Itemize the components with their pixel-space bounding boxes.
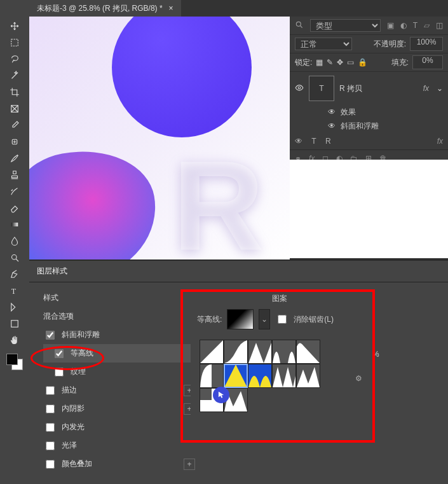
svg-point-4: [12, 255, 17, 260]
marquee-tool[interactable]: [5, 35, 24, 50]
contour-preset[interactable]: [224, 388, 248, 412]
fx-badge[interactable]: fx: [437, 137, 443, 146]
range-unit: %: [372, 350, 379, 359]
document-tab[interactable]: 未标题-3 @ 25.8% (R 拷贝, RGB/8) *×: [29, 0, 181, 17]
color-overlay-checkbox[interactable]: [46, 460, 55, 469]
layer-name[interactable]: R 拷贝: [339, 83, 362, 94]
contour-preset[interactable]: [296, 364, 320, 388]
bevel-checkbox[interactable]: [46, 331, 55, 340]
filter-image-icon[interactable]: ▣: [387, 21, 394, 30]
contour-preset[interactable]: [272, 364, 296, 388]
type-tool[interactable]: T: [5, 283, 24, 298]
contour-preset[interactable]: [200, 340, 224, 364]
lock-move-icon[interactable]: ✥: [337, 58, 343, 67]
contour-dropdown[interactable]: ⌄: [259, 309, 270, 329]
eye-icon[interactable]: 👁: [328, 121, 336, 130]
contour-preset[interactable]: [296, 340, 320, 364]
bevel-item[interactable]: 斜面和浮雕: [43, 326, 199, 344]
antialias-checkbox[interactable]: [278, 315, 287, 324]
filter-smart-icon[interactable]: ◫: [436, 21, 443, 30]
filter-shape-icon[interactable]: ▱: [424, 21, 430, 30]
lock-all-icon[interactable]: 🔒: [358, 58, 367, 67]
layer-thumb: T: [309, 76, 334, 101]
chevron-down-icon[interactable]: ⌄: [437, 84, 443, 93]
color-overlay-item[interactable]: 颜色叠加+: [43, 455, 199, 473]
hand-tool[interactable]: [5, 333, 24, 348]
texture-item[interactable]: 纹理: [43, 363, 199, 381]
contour-preset[interactable]: [248, 340, 272, 364]
inner-glow-checkbox[interactable]: [46, 423, 55, 432]
canvas-overflow: [290, 160, 448, 258]
pattern-label: 图案: [191, 293, 369, 304]
contour-preview[interactable]: [227, 309, 254, 329]
svg-point-7: [296, 22, 301, 26]
heal-tool[interactable]: [5, 134, 24, 149]
contour-item[interactable]: 等高线: [43, 344, 199, 363]
contour-preset-grid: [197, 340, 343, 417]
contour-preset[interactable]: [200, 364, 224, 388]
stamp-tool[interactable]: [5, 167, 24, 183]
svg-text:T: T: [11, 287, 17, 296]
canvas[interactable]: R: [29, 17, 290, 259]
blur-tool[interactable]: [5, 233, 24, 249]
blend-options-item[interactable]: 混合选项: [43, 307, 199, 326]
gear-icon[interactable]: ⚙: [355, 374, 362, 383]
layer-row[interactable]: 👁 T R fx: [290, 133, 448, 149]
lock-brush-icon[interactable]: ✎: [327, 58, 333, 67]
contour-preset[interactable]: [248, 364, 272, 388]
satin-checkbox[interactable]: [46, 441, 55, 450]
contour-preset[interactable]: [200, 388, 224, 412]
opacity-label: 不透明度:: [374, 39, 406, 50]
wand-tool[interactable]: [5, 68, 24, 83]
inner-shadow-item[interactable]: 内阴影+: [43, 399, 199, 418]
stroke-item[interactable]: 描边+: [43, 381, 199, 399]
eraser-tool[interactable]: [5, 200, 24, 216]
contour-preset[interactable]: [272, 340, 296, 364]
move-tool[interactable]: [5, 18, 24, 34]
stroke-checkbox[interactable]: [46, 386, 55, 395]
lock-pixels-icon[interactable]: ▦: [316, 58, 323, 67]
blend-mode-select[interactable]: 正常: [295, 38, 352, 50]
effect-bevel-row[interactable]: 👁斜面和浮雕: [290, 119, 448, 133]
type-layer-icon: T: [308, 137, 320, 146]
contour-preset[interactable]: [224, 364, 248, 388]
effects-row[interactable]: 👁效果: [290, 105, 448, 119]
inner-shadow-checkbox[interactable]: [46, 404, 55, 413]
opacity-value[interactable]: 100%: [410, 37, 443, 51]
path-tool[interactable]: [5, 300, 24, 315]
crop-tool[interactable]: [5, 85, 24, 100]
add-icon[interactable]: +: [184, 459, 195, 470]
canvas-content: R: [29, 17, 290, 259]
filter-type-icon[interactable]: T: [413, 21, 417, 30]
eyedropper-tool[interactable]: [5, 118, 24, 133]
svg-rect-3: [11, 223, 18, 226]
frame-tool[interactable]: [5, 101, 24, 116]
fx-badge[interactable]: fx: [423, 84, 429, 93]
inner-glow-item[interactable]: 内发光: [43, 418, 199, 436]
gradient-tool[interactable]: [5, 217, 24, 232]
eye-icon[interactable]: [295, 83, 304, 94]
lasso-tool[interactable]: [5, 52, 24, 67]
eye-icon[interactable]: 👁: [295, 137, 302, 146]
dodge-tool[interactable]: [5, 250, 24, 265]
layer-name[interactable]: R: [325, 137, 331, 146]
eye-icon[interactable]: 👁: [328, 107, 336, 116]
brush-tool[interactable]: [5, 151, 24, 166]
texture-checkbox[interactable]: [55, 368, 64, 377]
foreground-background-swatch[interactable]: [6, 354, 23, 370]
fill-value[interactable]: 0%: [412, 55, 443, 69]
antialias-label: 消除锯齿(L): [294, 314, 334, 325]
satin-item[interactable]: 光泽: [43, 436, 199, 455]
contour-preset[interactable]: [224, 340, 248, 364]
filter-adjust-icon[interactable]: ◐: [400, 21, 407, 30]
filter-select[interactable]: 类型: [310, 19, 381, 32]
close-icon[interactable]: ×: [169, 4, 173, 13]
shape-tool[interactable]: [5, 316, 24, 331]
pen-tool[interactable]: [5, 266, 24, 282]
svg-rect-0: [11, 39, 18, 46]
lock-artboard-icon[interactable]: ▭: [347, 58, 354, 67]
history-brush-tool[interactable]: [5, 184, 24, 199]
contour-checkbox[interactable]: [55, 349, 64, 358]
layer-row[interactable]: T R 拷贝 fx ⌄: [290, 72, 448, 105]
styles-item[interactable]: 样式: [43, 289, 199, 307]
